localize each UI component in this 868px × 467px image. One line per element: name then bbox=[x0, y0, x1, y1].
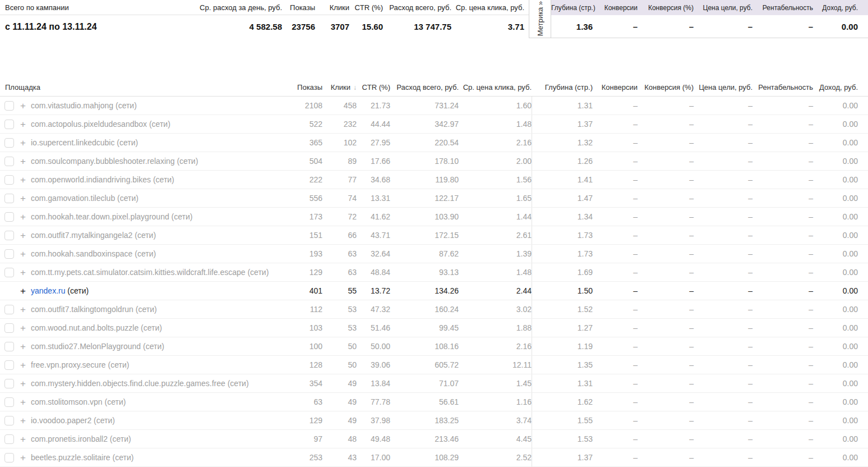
row-checkbox[interactable] bbox=[4, 157, 14, 166]
expand-row-icon[interactable]: + bbox=[19, 305, 27, 314]
cell-profitability: – bbox=[752, 138, 813, 147]
row-checkbox[interactable] bbox=[4, 138, 14, 148]
row-checkbox[interactable] bbox=[4, 101, 14, 111]
platform-suffix: (сети) bbox=[246, 268, 269, 277]
table-col-header-clicks[interactable]: Клики↓ bbox=[322, 83, 357, 91]
table-col-header-profitability[interactable]: Рентабельность bbox=[752, 83, 813, 91]
row-checkbox[interactable] bbox=[4, 249, 14, 259]
expand-row-icon[interactable]: + bbox=[19, 249, 27, 259]
expand-row-icon[interactable]: + bbox=[19, 397, 27, 407]
row-checkbox-cell bbox=[4, 286, 14, 296]
platform-suffix: (сети) bbox=[106, 360, 130, 369]
table-col-header-conversions[interactable]: Конверсии bbox=[593, 83, 638, 91]
row-checkbox[interactable] bbox=[4, 305, 14, 314]
cell-profitability: – bbox=[752, 342, 813, 351]
cell-clicks: 77 bbox=[322, 175, 357, 184]
expand-row-icon[interactable]: + bbox=[19, 194, 27, 203]
cell-shows: 97 bbox=[289, 434, 322, 443]
expand-row-icon[interactable]: + bbox=[19, 379, 27, 388]
cell-conversions: – bbox=[593, 212, 638, 221]
row-checkbox[interactable] bbox=[4, 120, 14, 129]
row-checkbox[interactable] bbox=[4, 212, 14, 222]
table-col-header-avg-cpc[interactable]: Ср. цена клика, руб. bbox=[459, 83, 532, 91]
row-checkbox[interactable] bbox=[4, 453, 14, 463]
row-metrika-section: 1.32––––0.00 bbox=[532, 134, 868, 152]
cell-income: 0.00 bbox=[813, 268, 858, 277]
cell-ctr: 17.00 bbox=[357, 453, 390, 462]
row-checkbox[interactable] bbox=[4, 194, 14, 203]
cell-profitability: – bbox=[752, 360, 813, 369]
row-checkbox[interactable] bbox=[4, 397, 14, 407]
expand-row-icon[interactable]: + bbox=[19, 360, 27, 370]
expand-row-icon[interactable]: + bbox=[19, 138, 27, 148]
expand-row-icon[interactable]: + bbox=[19, 175, 27, 185]
cell-profitability: – bbox=[752, 101, 813, 110]
cell-clicks: 232 bbox=[322, 120, 357, 129]
cell-cpc: 1.16 bbox=[459, 397, 532, 406]
row-checkbox[interactable] bbox=[4, 323, 14, 333]
cell-depth: 1.34 bbox=[532, 212, 593, 221]
cell-conversions: – bbox=[593, 323, 638, 332]
table-row: +com.outfit7.talkingtomgoldrun (сети)112… bbox=[0, 300, 868, 319]
cell-shows: 128 bbox=[289, 360, 322, 369]
expand-row-icon[interactable]: + bbox=[19, 342, 27, 351]
cell-depth: 1.62 bbox=[532, 397, 593, 406]
expand-row-icon[interactable]: + bbox=[19, 268, 27, 277]
row-checkbox[interactable] bbox=[4, 268, 14, 277]
platform-name: beetles.puzzle.solitaire bbox=[31, 453, 110, 462]
table-row: +com.soulcompany.bubbleshooter.relaxing … bbox=[0, 152, 868, 171]
cell-cpc: 1.88 bbox=[459, 323, 532, 332]
table-col-header-conversion-pct[interactable]: Конверсия (%) bbox=[638, 83, 694, 91]
cell-cost: 119.80 bbox=[390, 175, 459, 184]
cell-cost: 122.17 bbox=[390, 194, 459, 203]
expand-row-icon[interactable]: + bbox=[19, 101, 27, 111]
platforms-table: Площадка Показы Клики↓ CTR (%) Расход вс… bbox=[0, 79, 868, 467]
row-metrika-section: 1.52––––0.00 bbox=[532, 300, 868, 318]
cell-goal-price: – bbox=[694, 416, 752, 425]
metrika-tab[interactable]: Метрика » bbox=[529, 0, 551, 38]
platform-name-cell: com.stolitomson.vpn (сети) bbox=[31, 397, 289, 406]
table-col-header-shows[interactable]: Показы bbox=[289, 83, 322, 91]
table-row: +io.supercent.linkedcubic (сети)36510227… bbox=[0, 134, 868, 152]
cell-goal-price: – bbox=[694, 120, 752, 129]
expand-row-icon[interactable]: + bbox=[19, 212, 27, 222]
row-checkbox[interactable] bbox=[4, 342, 14, 351]
cell-cpc: 2.16 bbox=[459, 138, 532, 147]
platform-name-link[interactable]: yandex.ru bbox=[31, 286, 65, 295]
platform-suffix: (сети) bbox=[132, 231, 156, 240]
cell-cost: 87.62 bbox=[390, 249, 459, 258]
cell-cpc: 2.44 bbox=[459, 286, 532, 295]
expand-row-icon[interactable]: + bbox=[19, 157, 27, 166]
table-col-header-income[interactable]: Доход, руб. bbox=[813, 83, 858, 91]
metrika-header-row: Глубина (стр.) Конверсии Конверсия (%) Ц… bbox=[551, 0, 868, 15]
expand-row-icon[interactable]: + bbox=[19, 231, 27, 240]
row-checkbox[interactable] bbox=[4, 416, 14, 425]
expand-row-icon[interactable]: + bbox=[19, 323, 27, 333]
row-checkbox[interactable] bbox=[4, 379, 14, 388]
table-col-header-depth[interactable]: Глубина (стр.) bbox=[532, 83, 593, 91]
row-metrika-section: 1.55––––0.00 bbox=[532, 411, 868, 429]
row-checkbox-cell bbox=[4, 157, 14, 166]
table-col-header-ctr[interactable]: CTR (%) bbox=[357, 83, 390, 91]
cell-goal-price: – bbox=[694, 360, 752, 369]
cell-depth: 1.73 bbox=[532, 249, 593, 258]
row-checkbox[interactable] bbox=[4, 360, 14, 370]
platform-name-cell: beetles.puzzle.solitaire (сети) bbox=[31, 453, 289, 462]
metrika-value-depth: 1.36 bbox=[551, 22, 593, 31]
cell-conversions: – bbox=[593, 416, 638, 425]
platform-suffix: (сети) bbox=[169, 212, 193, 221]
expand-row-icon[interactable]: + bbox=[19, 120, 27, 129]
row-checkbox[interactable] bbox=[4, 434, 14, 444]
expand-row-icon[interactable]: + bbox=[19, 416, 27, 425]
cell-depth: 1.26 bbox=[532, 157, 593, 166]
row-checkbox[interactable] bbox=[4, 175, 14, 185]
row-metrika-section: 1.19––––0.00 bbox=[532, 337, 868, 355]
expand-row-icon[interactable]: + bbox=[19, 434, 27, 444]
cell-conversion-pct: – bbox=[638, 231, 694, 240]
table-col-header-goal-price[interactable]: Цена цели, руб. bbox=[694, 83, 752, 91]
expand-row-icon[interactable]: + bbox=[19, 286, 27, 296]
row-checkbox[interactable] bbox=[4, 231, 14, 240]
table-col-header-total-cost[interactable]: Расход всего, руб. bbox=[390, 83, 459, 91]
expand-row-icon[interactable]: + bbox=[19, 453, 27, 463]
row-metrika-section: 1.41––––0.00 bbox=[532, 171, 868, 189]
